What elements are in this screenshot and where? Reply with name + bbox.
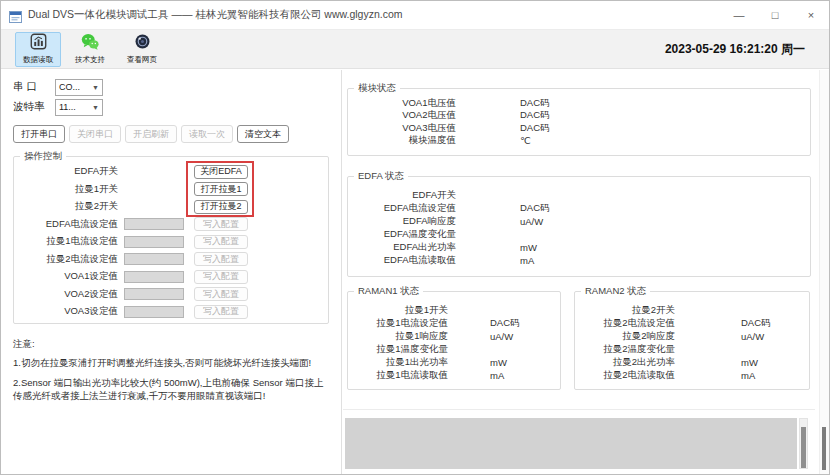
status-label: 拉曼2开关 [575, 304, 675, 317]
raman1-current-input[interactable] [124, 236, 184, 248]
status-row: EDFA开关 [348, 189, 810, 202]
close-serial-button[interactable]: 关闭串口 [69, 125, 121, 143]
status-row: 模块温度值℃ [348, 135, 810, 148]
status-label: 拉曼1电流读取值 [348, 369, 448, 382]
baud-rate-value: 11... [59, 102, 76, 112]
globe-icon [134, 33, 151, 54]
status-row: EDFA温度变化量 [348, 228, 810, 241]
start-refresh-button[interactable]: 开启刷新 [125, 125, 177, 143]
serial-port-select[interactable]: CO... ▼ [55, 79, 103, 96]
status-unit: DAC码 [741, 317, 771, 330]
raman2-current-input[interactable] [124, 253, 184, 265]
control-label: VOA1设定值 [22, 270, 118, 283]
control-label: EDFA电流设定值 [22, 218, 118, 231]
read-once-button[interactable]: 读取一次 [181, 125, 233, 143]
status-row: EDFA电流设定值DAC码 [348, 202, 810, 215]
status-label: EDFA响应度 [348, 215, 456, 228]
raman1-toggle-button[interactable]: 打开拉曼1 [194, 182, 248, 196]
baud-rate-label: 波特率 [13, 100, 55, 114]
serial-buttons-row: 打开串口 关闭串口 开启刷新 读取一次 清空文本 [13, 125, 329, 143]
status-unit: uA/W [520, 216, 543, 227]
status-label: EDFA电流设定值 [348, 202, 456, 215]
control-label: VOA3设定值 [22, 305, 118, 318]
toolbar-label-tech-support: 技术支持 [75, 55, 105, 65]
group-title: 操作控制 [20, 150, 66, 163]
status-unit: DAC码 [490, 317, 520, 330]
status-unit: DAC码 [520, 202, 550, 215]
status-unit: uA/W [490, 331, 513, 342]
log-scrollbar-thumb[interactable] [801, 427, 806, 468]
log-scrollbar[interactable] [799, 418, 808, 469]
toolbar-item-tech-support[interactable]: 技术支持 [67, 32, 113, 67]
status-row: 拉曼2开关 [575, 304, 809, 317]
raman2-switch-row: 拉曼2开关 打开拉曼2 [22, 198, 320, 216]
raman2-status-group: RAMAN2 状态 拉曼2开关 拉曼2电流设定值DAC码 拉曼2响应度uA/W … [574, 291, 810, 390]
baud-rate-select[interactable]: 11... ▼ [55, 99, 103, 116]
edfa-toggle-button[interactable]: 关闭EDFA [194, 165, 248, 179]
write-config-button[interactable]: 写入配置 [194, 235, 248, 249]
voa3-set-input[interactable] [124, 306, 184, 318]
status-row: 拉曼2出光功率mW [575, 356, 809, 369]
chevron-down-icon: ▼ [92, 104, 99, 111]
raman1-current-row: 拉曼1电流设定值 写入配置 [22, 233, 320, 251]
toolbar-item-view-web[interactable]: 查看网页 [119, 32, 165, 67]
write-config-button[interactable]: 写入配置 [194, 287, 248, 301]
write-config-button[interactable]: 写入配置 [194, 270, 248, 284]
open-serial-button[interactable]: 打开串口 [13, 125, 65, 143]
status-label: 拉曼1开关 [348, 304, 448, 317]
left-panel: 串 口 CO... ▼ 波特率 11... ▼ 打开串口 关闭串口 开启刷新 读… [1, 70, 342, 474]
status-label: VOA1电压值 [348, 97, 456, 110]
write-config-button[interactable]: 写入配置 [194, 217, 248, 231]
status-row: EDFA响应度uA/W [348, 215, 810, 228]
status-row: 拉曼2响应度uA/W [575, 330, 809, 343]
write-config-button[interactable]: 写入配置 [194, 305, 248, 319]
toolbar-item-data-read[interactable]: 数据读取 [15, 32, 61, 67]
serial-port-row: 串 口 CO... ▼ [13, 78, 329, 96]
edfa-switch-row: EDFA开关 关闭EDFA [22, 163, 320, 181]
status-row: EDFA出光功率mW [348, 241, 810, 254]
toolbar: 数据读取 技术支持 查看网页 2023-05-29 16:21:20 周一 [1, 29, 829, 69]
toolbar-label-view-web: 查看网页 [127, 55, 157, 65]
status-row: 拉曼1响应度uA/W [348, 330, 560, 343]
status-label: EDFA开关 [348, 189, 456, 202]
maximize-button[interactable]: □ [757, 1, 793, 29]
operation-control-group: 操作控制 EDFA开关 关闭EDFA 拉曼1开关 打开拉曼1 拉曼2开关 打开拉… [13, 156, 329, 324]
wechat-icon [81, 33, 99, 54]
raman2-toggle-button[interactable]: 打开拉曼2 [194, 200, 248, 214]
status-label: 拉曼1温度变化量 [348, 343, 448, 356]
edfa-current-input[interactable] [124, 218, 184, 230]
log-textbox[interactable] [345, 418, 797, 469]
status-unit: mW [741, 357, 758, 368]
panel-scrollbar-thumb[interactable] [822, 427, 826, 470]
status-unit: DAC码 [520, 122, 550, 135]
status-label: VOA2电压值 [348, 109, 456, 122]
chart-icon [30, 33, 47, 54]
voa2-set-row: VOA2设定值 写入配置 [22, 286, 320, 304]
group-title: RAMAN1 状态 [354, 285, 423, 298]
panel-scrollbar[interactable] [819, 70, 829, 474]
voa2-set-input[interactable] [124, 288, 184, 300]
control-label: VOA2设定值 [22, 288, 118, 301]
raman1-switch-row: 拉曼1开关 打开拉曼1 [22, 181, 320, 199]
status-label: 拉曼1响应度 [348, 330, 448, 343]
status-label: 拉曼2电流读取值 [575, 369, 675, 382]
window-title: Dual DVS一体化模块调试工具 —— 桂林光翼智能科技有限公司 www.gl… [28, 8, 403, 22]
close-button[interactable]: × [793, 1, 829, 29]
notes-title: 注意: [13, 338, 329, 351]
status-row: VOA3电压值DAC码 [348, 122, 810, 135]
voa1-set-input[interactable] [124, 271, 184, 283]
control-label: 拉曼2开关 [22, 200, 118, 213]
status-label: 拉曼2温度变化量 [575, 343, 675, 356]
status-unit: DAC码 [520, 109, 550, 122]
clear-text-button[interactable]: 清空文本 [237, 125, 289, 143]
status-row: 拉曼1电流读取值mA [348, 369, 560, 382]
write-config-button[interactable]: 写入配置 [194, 252, 248, 266]
minimize-button[interactable]: — [721, 1, 757, 29]
chevron-down-icon: ▼ [92, 84, 99, 91]
datetime-display: 2023-05-29 16:21:20 周一 [665, 41, 805, 58]
status-unit: mA [520, 255, 534, 266]
status-label: 拉曼1出光功率 [348, 356, 448, 369]
serial-port-label: 串 口 [13, 80, 55, 94]
status-label: EDFA电流读取值 [348, 254, 456, 267]
status-row: VOA1电压值DAC码 [348, 97, 810, 110]
